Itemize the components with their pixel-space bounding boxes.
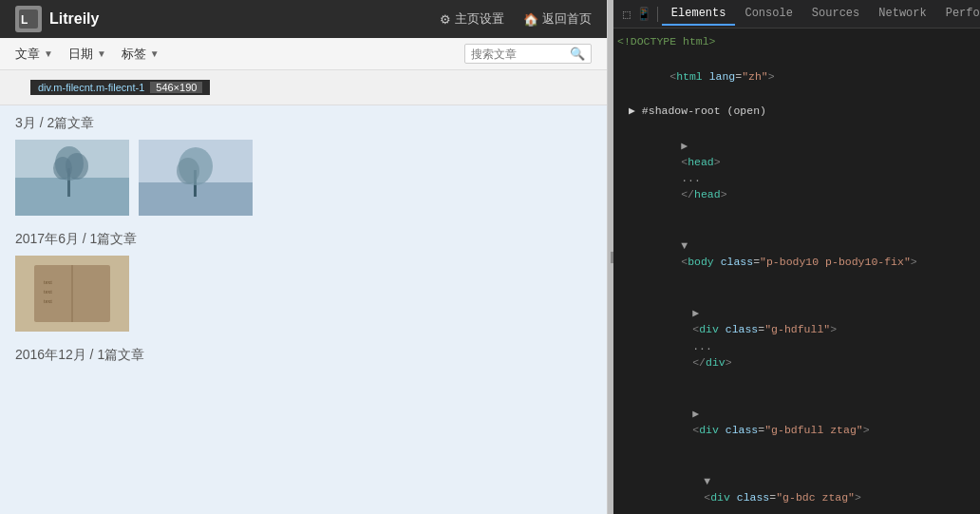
- tab-network[interactable]: Network: [869, 3, 935, 26]
- date-arrow: ▼: [97, 48, 106, 59]
- content-area: 3月 / 2篇文章: [0, 105, 607, 514]
- tab-performance[interactable]: Performa...: [936, 3, 980, 26]
- articles-label: 文章: [15, 46, 40, 63]
- dom-line-html[interactable]: <html lang="zh">: [613, 50, 980, 102]
- tab-console-label: Console: [744, 7, 792, 20]
- tab-elements-label: Elements: [671, 7, 726, 20]
- date-dropdown[interactable]: 日期 ▼: [68, 46, 106, 63]
- svg-rect-3: [15, 178, 129, 216]
- tab-console[interactable]: Console: [735, 3, 801, 26]
- settings-icon: ⚙: [440, 12, 451, 27]
- dom-line-head[interactable]: ▶ <head> ... </head>: [613, 120, 980, 220]
- dom-line-bdfull[interactable]: ▶ <div class="g-bdfull ztag">: [613, 388, 980, 455]
- element-tooltip-bar: div.m-filecnt.m-filecnt-1 546×190: [0, 70, 607, 105]
- svg-text:text: text: [44, 289, 52, 295]
- devtools-dom: <!DOCTYPE html> <html lang="zh"> ▶ #shad…: [613, 29, 980, 514]
- dom-line-body[interactable]: ▼ <body class="p-body10 p-body10-fix">: [613, 220, 980, 288]
- site-logo: L Litreily: [15, 6, 99, 32]
- settings-label: 主页设置: [455, 10, 504, 28]
- section-dec2016: 2016年12月 / 1篇文章: [15, 347, 592, 364]
- dom-line-shadow[interactable]: ▶ #shadow-root (open): [613, 102, 980, 120]
- devtools-icons: ⬚ 📱: [617, 7, 658, 22]
- logo-icon: L: [15, 6, 42, 32]
- articles-dropdown[interactable]: 文章 ▼: [15, 46, 53, 63]
- tab-sources-label: Sources: [812, 7, 859, 20]
- tab-elements[interactable]: Elements: [662, 3, 736, 26]
- article-grid-june: text text text: [15, 256, 592, 332]
- article-thumb-2: [139, 140, 253, 216]
- element-name: div.m-filecnt.m-filecnt-1: [38, 82, 144, 93]
- tab-sources[interactable]: Sources: [802, 3, 869, 26]
- month-header-june: 2017年6月 / 1篇文章: [15, 231, 592, 248]
- svg-point-7: [66, 153, 88, 180]
- header-nav: ⚙ 主页设置 🏠 返回首页: [440, 10, 592, 28]
- tags-arrow: ▼: [150, 48, 160, 59]
- devtools-panel: ⬚ 📱 Elements Console Sources Network Per…: [613, 0, 980, 514]
- left-panel: L Litreily ⚙ 主页设置 🏠 返回首页 文章 ▼ 日期 ▼ 标签: [0, 0, 608, 514]
- search-box[interactable]: 🔍: [464, 44, 592, 64]
- svg-text:text: text: [44, 298, 52, 304]
- section-march: 3月 / 2篇文章: [15, 115, 592, 216]
- search-input[interactable]: [471, 48, 566, 61]
- tab-performance-label: Performa...: [946, 7, 980, 20]
- element-size: 546×190: [150, 82, 202, 93]
- dom-line-gbdc[interactable]: ▼ <div class="g-bdc ztag">: [613, 455, 980, 514]
- dom-line-hdfull[interactable]: ▶ <div class="g-hdfull"> ... </div>: [613, 288, 980, 389]
- search-icon: 🔍: [570, 47, 585, 61]
- devtools-tabs: ⬚ 📱 Elements Console Sources Network Per…: [613, 0, 980, 29]
- svg-point-12: [177, 158, 199, 184]
- home-label: 返回首页: [542, 10, 592, 28]
- month-header-dec: 2016年12月 / 1篇文章: [15, 347, 592, 364]
- tags-label: 标签: [122, 46, 146, 63]
- svg-text:L: L: [21, 13, 28, 27]
- element-tooltip: div.m-filecnt.m-filecnt-1 546×190: [30, 80, 210, 95]
- site-header: L Litreily ⚙ 主页设置 🏠 返回首页: [0, 0, 607, 38]
- tab-network-label: Network: [878, 7, 926, 20]
- svg-text:text: text: [44, 279, 52, 285]
- article-grid-march: [15, 140, 592, 216]
- article-thumb-1: [15, 140, 129, 216]
- articles-arrow: ▼: [44, 48, 53, 59]
- inspect-icon[interactable]: ⬚: [623, 7, 631, 22]
- date-label: 日期: [68, 46, 93, 63]
- toolbar: 文章 ▼ 日期 ▼ 标签 ▼ 🔍: [0, 38, 607, 70]
- tags-dropdown[interactable]: 标签 ▼: [122, 46, 160, 63]
- settings-link[interactable]: ⚙ 主页设置: [440, 10, 504, 28]
- device-icon[interactable]: 📱: [636, 7, 651, 22]
- section-june2017: 2017年6月 / 1篇文章 text text text: [15, 231, 592, 332]
- dom-line-doctype[interactable]: <!DOCTYPE html>: [613, 32, 980, 50]
- article-thumb-book: text text text: [15, 256, 129, 332]
- home-icon: 🏠: [523, 12, 538, 27]
- month-header-march: 3月 / 2篇文章: [15, 115, 592, 132]
- home-link[interactable]: 🏠 返回首页: [523, 10, 592, 28]
- site-title: Litreily: [49, 10, 99, 28]
